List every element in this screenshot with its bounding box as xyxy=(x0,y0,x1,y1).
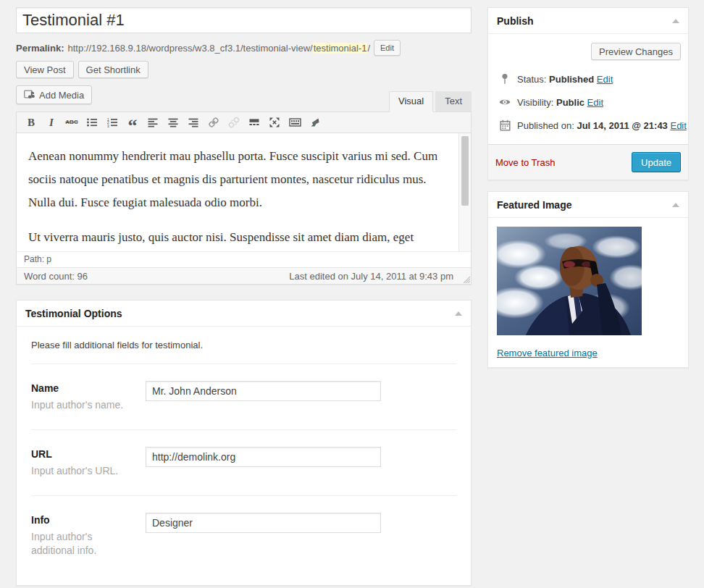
add-media-button[interactable]: Add Media xyxy=(16,85,92,104)
editor-scrollbar-thumb[interactable] xyxy=(461,136,469,206)
link-icon xyxy=(208,117,219,128)
italic-button[interactable]: I xyxy=(41,114,62,130)
visibility-text: Visibility: Public Edit xyxy=(517,97,603,108)
more-tag-icon xyxy=(248,117,260,128)
calendar-icon xyxy=(499,119,511,131)
published-on-text: Published on: Jul 14, 2011 @ 21:43 Edit xyxy=(517,120,687,131)
editor-header: Add Media Visual Text xyxy=(16,85,472,112)
toolbar-toggle-icon xyxy=(289,117,301,128)
numbered-list-icon: 123 xyxy=(106,117,118,128)
field-label: URL xyxy=(31,448,146,460)
editor-path-bar: Path: p xyxy=(17,251,471,267)
insert-link-button[interactable] xyxy=(204,114,224,130)
blockquote-icon: “ xyxy=(128,122,138,130)
editor-mode-tabs: Visual Text xyxy=(387,91,472,112)
field-meta: Info Input author's additional info. xyxy=(31,513,146,558)
more-tag-button[interactable] xyxy=(244,114,264,130)
fullscreen-icon xyxy=(269,117,280,128)
visibility-row: Visibility: Public Edit xyxy=(495,91,681,114)
preview-changes-button[interactable]: Preview Changes xyxy=(591,43,681,60)
tab-visual[interactable]: Visual xyxy=(389,91,433,112)
align-right-icon xyxy=(188,117,199,128)
field-meta: Name Input author's name. xyxy=(31,381,146,412)
permalink-slug: testimonial-1 xyxy=(313,43,368,54)
featured-image-thumbnail[interactable] xyxy=(497,227,642,335)
edit-status-link[interactable]: Edit xyxy=(597,74,613,85)
bulleted-list-icon xyxy=(86,117,98,128)
strikethrough-icon: ABC xyxy=(65,119,77,125)
permalink-label: Permalink: xyxy=(16,43,64,54)
move-to-trash-link[interactable]: Move to Trash xyxy=(495,157,555,168)
align-right-button[interactable] xyxy=(183,114,204,130)
numbered-list-button[interactable]: 123 xyxy=(102,114,122,130)
align-left-button[interactable] xyxy=(143,114,163,130)
fullscreen-button[interactable] xyxy=(264,114,285,130)
update-button[interactable]: Update xyxy=(632,152,681,172)
permalink-url: http://192.168.9.18/wordpress/w3.8_cf3.1… xyxy=(67,43,370,54)
align-center-button[interactable] xyxy=(163,114,183,130)
view-post-button[interactable]: View Post xyxy=(16,61,74,78)
published-on-row: Published on: Jul 14, 2011 @ 21:43 Edit xyxy=(495,114,681,137)
metabox-title: Featured Image xyxy=(497,199,571,211)
eye-icon xyxy=(499,96,511,108)
post-edit-screen: Permalink: http://192.168.9.18/wordpress… xyxy=(0,0,704,586)
edit-permalink-button[interactable]: Edit xyxy=(374,40,401,56)
word-count: Word count: 96 xyxy=(24,271,88,282)
svg-text:3: 3 xyxy=(107,124,109,128)
collapse-toggle-icon[interactable] xyxy=(455,311,462,316)
author-name-input[interactable] xyxy=(146,381,381,401)
featured-image-header[interactable]: Featured Image xyxy=(488,192,688,218)
author-url-input[interactable] xyxy=(146,447,381,467)
blockquote-button[interactable]: “ xyxy=(122,114,143,130)
featured-image-metabox: Featured Image xyxy=(487,191,689,368)
pin-icon xyxy=(499,73,511,85)
field-description: Input author's URL. xyxy=(31,464,125,478)
options-description: Please fill additional fields for testim… xyxy=(31,329,456,364)
collapse-toggle-icon[interactable] xyxy=(672,19,679,23)
publishing-actions: Move to Trash Update xyxy=(488,144,688,180)
metabox-title: Testimonial Options xyxy=(25,308,122,319)
field-row-url: URL Input author's URL. xyxy=(31,430,456,496)
permalink-row: Permalink: http://192.168.9.18/wordpress… xyxy=(16,40,472,56)
strikethrough-button[interactable]: ABC xyxy=(62,114,82,130)
align-center-icon xyxy=(167,117,179,128)
edit-published-on-link[interactable]: Edit xyxy=(670,120,686,131)
post-paragraph: Aenean nonummy hendrerit mau phasellu po… xyxy=(28,145,449,214)
publish-body: Preview Changes Status: Published Edit V… xyxy=(488,34,688,144)
author-info-input[interactable] xyxy=(146,513,381,533)
featured-image-body: Remove featured image xyxy=(488,218,688,367)
add-media-label: Add Media xyxy=(39,90,84,101)
tab-text[interactable]: Text xyxy=(435,91,472,112)
get-shortlink-button[interactable]: Get Shortlink xyxy=(78,61,148,78)
field-description: Input author's name. xyxy=(31,398,125,412)
edit-visibility-link[interactable]: Edit xyxy=(587,97,603,108)
publish-header[interactable]: Publish xyxy=(488,8,688,34)
publish-metabox: Publish Preview Changes Status: Publishe… xyxy=(487,7,689,180)
main-column: Permalink: http://192.168.9.18/wordpress… xyxy=(16,7,472,586)
media-icon xyxy=(24,90,35,100)
bulleted-list-button[interactable] xyxy=(82,114,102,130)
unlink-button[interactable] xyxy=(224,114,244,130)
visual-editor: B I ABC 123 “ Aenean nonummy hendrerit m… xyxy=(16,112,472,285)
field-meta: URL Input author's URL. xyxy=(31,447,146,478)
editor-scrollbar[interactable] xyxy=(458,133,471,251)
editor-content-area[interactable]: Aenean nonummy hendrerit mau phasellu po… xyxy=(17,133,471,251)
post-paragraph: Ut viverra mauris justo, quis auctor nis… xyxy=(28,226,449,251)
editor-toolbar: B I ABC 123 “ xyxy=(17,112,471,133)
field-label: Name xyxy=(31,382,146,394)
field-row-info: Info Input author's additional info. xyxy=(31,496,456,575)
post-title-input[interactable] xyxy=(16,7,472,33)
italic-icon: I xyxy=(49,117,54,128)
last-edited: Last edited on July 14, 2011 at 9:43 pm xyxy=(289,271,453,282)
sidebar: Publish Preview Changes Status: Publishe… xyxy=(487,7,689,586)
bold-icon: B xyxy=(28,117,35,128)
plugin-shortcode-button[interactable] xyxy=(305,114,325,130)
bold-button[interactable]: B xyxy=(21,114,41,130)
post-actions-row: View Post Get Shortlink xyxy=(16,61,472,78)
toolbar-toggle-button[interactable] xyxy=(285,114,305,130)
remove-featured-image-link[interactable]: Remove featured image xyxy=(497,348,598,358)
post-body-text[interactable]: Aenean nonummy hendrerit mau phasellu po… xyxy=(17,133,471,251)
collapse-toggle-icon[interactable] xyxy=(672,203,679,207)
resize-grip-icon[interactable] xyxy=(461,274,470,283)
testimonial-options-header[interactable]: Testimonial Options xyxy=(17,301,471,327)
